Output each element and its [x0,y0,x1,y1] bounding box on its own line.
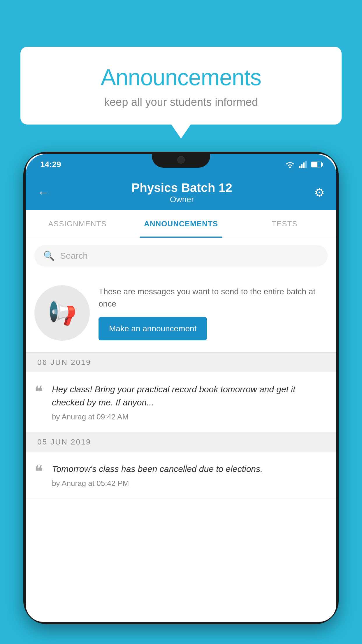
svg-rect-2 [301,164,303,168]
date-separator-2: 05 JUN 2019 [26,432,336,452]
speech-bubble-title: Announcements [44,64,318,91]
wifi-icon [285,161,295,168]
svg-point-0 [289,167,291,168]
search-icon: 🔍 [43,250,55,261]
back-button[interactable]: ← [37,186,50,200]
app-bar: ← Physics Batch 12 Owner ⚙ [26,175,336,210]
speech-bubble: Announcements keep all your students inf… [20,47,342,125]
phone-screen: 14:29 [26,154,336,622]
announcement-text-1: Hey class! Bring your practical record b… [52,383,328,421]
promo-icon-circle: 📢 [34,285,90,341]
tab-bar: ASSIGNMENTS ANNOUNCEMENTS TESTS [26,210,336,238]
search-bar[interactable]: 🔍 Search [34,245,328,267]
signal-icon [299,161,307,168]
phone-camera [177,156,185,164]
battery-icon [311,162,322,167]
date-separator-1: 06 JUN 2019 [26,353,336,372]
svg-rect-3 [303,162,305,168]
promo-text-section: These are messages you want to send to t… [99,286,328,340]
speech-bubble-subtitle: keep all your students informed [44,96,318,108]
announcement-text-2: Tomorrow's class has been cancelled due … [52,462,328,488]
quote-icon-1: ❝ [34,384,43,400]
make-announcement-button[interactable]: Make an announcement [99,317,207,340]
tab-assignments[interactable]: ASSIGNMENTS [26,210,129,238]
app-bar-title-section: Physics Batch 12 Owner [58,181,305,204]
app-bar-subtitle: Owner [58,195,305,204]
megaphone-icon: 📢 [48,299,77,327]
status-time: 14:29 [40,160,61,169]
svg-rect-4 [305,161,307,168]
announcement-item-1: ❝ Hey class! Bring your practical record… [26,372,336,432]
promo-section: 📢 These are messages you want to send to… [26,274,336,353]
tab-tests[interactable]: TESTS [233,210,336,238]
announcement-message-2: Tomorrow's class has been cancelled due … [52,462,328,475]
phone-notch [152,152,210,168]
announcement-meta-2: by Anurag at 05:42 PM [52,479,328,488]
svg-rect-1 [299,166,301,168]
app-bar-title: Physics Batch 12 [58,181,305,195]
search-placeholder: Search [60,251,88,261]
tab-announcements[interactable]: ANNOUNCEMENTS [129,210,233,238]
phone-container: 14:29 [23,152,339,644]
speech-bubble-container: Announcements keep all your students inf… [20,47,342,125]
status-icons [285,161,322,168]
announcement-meta-1: by Anurag at 09:42 AM [52,412,328,421]
search-container: 🔍 Search [26,238,336,274]
settings-icon[interactable]: ⚙ [314,186,325,199]
promo-description: These are messages you want to send to t… [99,286,328,310]
phone-frame: 14:29 [23,152,339,624]
quote-icon-2: ❝ [34,463,43,480]
announcement-item-2: ❝ Tomorrow's class has been cancelled du… [26,452,336,499]
announcement-message-1: Hey class! Bring your practical record b… [52,383,328,409]
